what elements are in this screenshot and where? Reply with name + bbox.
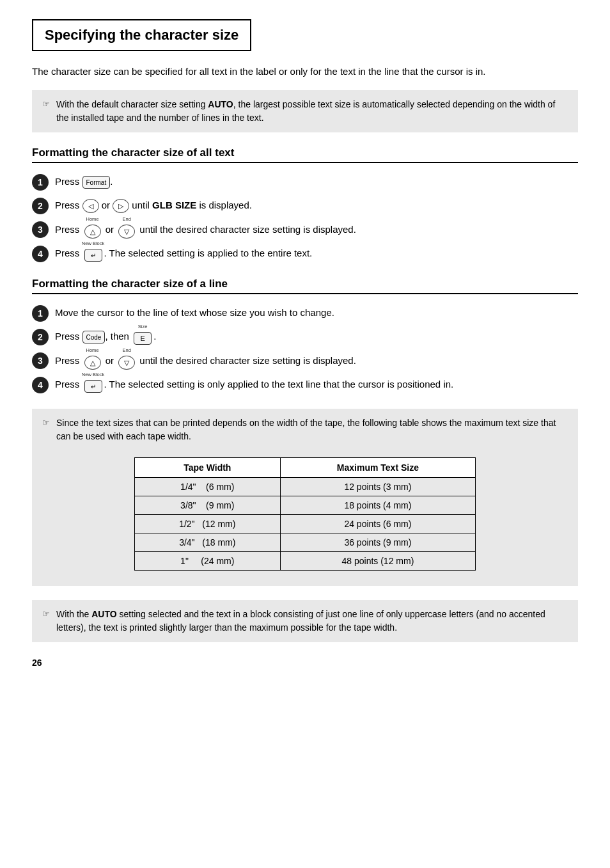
step-line-1-content: Move the cursor to the line of text whos…	[55, 304, 334, 320]
table-row: 3/8" (9 mm) 18 points (4 mm)	[134, 496, 475, 515]
left-arrow-key: ◁	[82, 199, 99, 213]
note-table-box: ☞ Since the text sizes that can be print…	[32, 409, 578, 586]
step-all-2-content: Press ◁ or ▷ until GLB SIZE is displayed…	[55, 197, 252, 213]
step-line-3: 3 Press Home △ or End ▽ until the desire…	[32, 352, 578, 370]
section-all-text: Formatting the character size of all tex…	[32, 146, 578, 262]
step-line-1: 1 Move the cursor to the line of text wh…	[32, 304, 578, 322]
tape-width-table: Tape Width Maximum Text Size 1/4" (6 mm)…	[134, 457, 476, 571]
format-key: Format	[82, 176, 111, 189]
step-all-4: 4 Press New Block ↵ . The selected setti…	[32, 245, 578, 262]
steps-line: 1 Move the cursor to the line of text wh…	[32, 304, 578, 393]
step-line-1-num: 1	[32, 305, 49, 322]
table-row: 1/2" (12 mm) 24 points (6 mm)	[134, 515, 475, 533]
note-auto2-box: ☞ With the AUTO setting selected and the…	[32, 600, 578, 642]
step-all-2: 2 Press ◁ or ▷ until GLB SIZE is display…	[32, 197, 578, 214]
step-line-4-num: 4	[32, 377, 49, 393]
table-row: 1" (24 mm) 48 points (12 mm)	[134, 552, 475, 571]
note-auto-box: ☞ With the default character size settin…	[32, 90, 578, 132]
tape-width-4: 3/4" (18 mm)	[134, 533, 280, 552]
down-arrow-key-1: End ▽	[118, 222, 135, 239]
page-title: Specifying the character size	[32, 19, 251, 51]
step-all-1: 1 Press Format.	[32, 173, 578, 191]
enter-key-1: New Block ↵	[84, 246, 102, 262]
page-number: 26	[32, 658, 578, 668]
step-line-3-content: Press Home △ or End ▽ until the desired …	[55, 352, 356, 370]
enter-key-2: New Block ↵	[84, 377, 102, 393]
section-line: Formatting the character size of a line …	[32, 278, 578, 393]
table-row: 3/4" (18 mm) 36 points (9 mm)	[134, 533, 475, 552]
table-row: 1/4" (6 mm) 12 points (3 mm)	[134, 478, 475, 496]
step-line-4-content: Press New Block ↵ . The selected setting…	[55, 376, 453, 393]
step-line-2-content: Press Code, then Size E .	[55, 328, 156, 345]
max-size-2: 18 points (4 mm)	[280, 496, 475, 515]
step-line-3-num: 3	[32, 352, 49, 369]
e-key: Size E	[134, 329, 152, 345]
section-all-heading: Formatting the character size of all tex…	[32, 146, 578, 163]
max-size-3: 24 points (6 mm)	[280, 515, 475, 533]
down-arrow-key-2: End ▽	[118, 353, 135, 370]
intro-paragraph: The character size can be specified for …	[32, 64, 578, 79]
section-line-heading: Formatting the character size of a line	[32, 278, 578, 294]
code-key: Code	[82, 331, 106, 343]
step-all-2-num: 2	[32, 198, 49, 214]
step-line-2: 2 Press Code, then Size E .	[32, 328, 578, 345]
note-auto-text: With the default character size setting …	[56, 98, 568, 125]
steps-all: 1 Press Format. 2 Press ◁ or ▷ until GLB…	[32, 173, 578, 262]
step-all-4-content: Press New Block ↵ . The selected setting…	[55, 245, 312, 262]
max-size-5: 48 points (12 mm)	[280, 552, 475, 571]
up-arrow-key-1: Home △	[84, 222, 101, 239]
col-tape-width: Tape Width	[134, 458, 280, 478]
step-line-4: 4 Press New Block ↵ . The selected setti…	[32, 376, 578, 393]
note-auto2-icon: ☞	[42, 609, 50, 619]
tape-width-1: 1/4" (6 mm)	[134, 478, 280, 496]
up-arrow-key-2: Home △	[84, 353, 101, 370]
step-all-1-content: Press Format.	[55, 173, 113, 189]
col-max-text-size: Maximum Text Size	[280, 458, 475, 478]
note-auto2-text: With the AUTO setting selected and the t…	[56, 608, 568, 635]
max-size-1: 12 points (3 mm)	[280, 478, 475, 496]
right-arrow-key: ▷	[113, 199, 129, 213]
step-line-2-num: 2	[32, 329, 49, 345]
step-all-1-num: 1	[32, 174, 49, 191]
step-all-3: 3 Press Home △ or End ▽ until the desire…	[32, 221, 578, 239]
max-size-4: 36 points (9 mm)	[280, 533, 475, 552]
step-all-3-content: Press Home △ or End ▽ until the desired …	[55, 221, 356, 239]
step-all-4-num: 4	[32, 246, 49, 262]
tape-width-5: 1" (24 mm)	[134, 552, 280, 571]
note-auto-icon: ☞	[42, 99, 50, 109]
note-table-text: Since the text sizes that can be printed…	[56, 416, 568, 443]
step-all-3-num: 3	[32, 221, 49, 238]
tape-width-3: 1/2" (12 mm)	[134, 515, 280, 533]
note-table-icon: ☞	[42, 418, 50, 427]
tape-width-2: 3/8" (9 mm)	[134, 496, 280, 515]
